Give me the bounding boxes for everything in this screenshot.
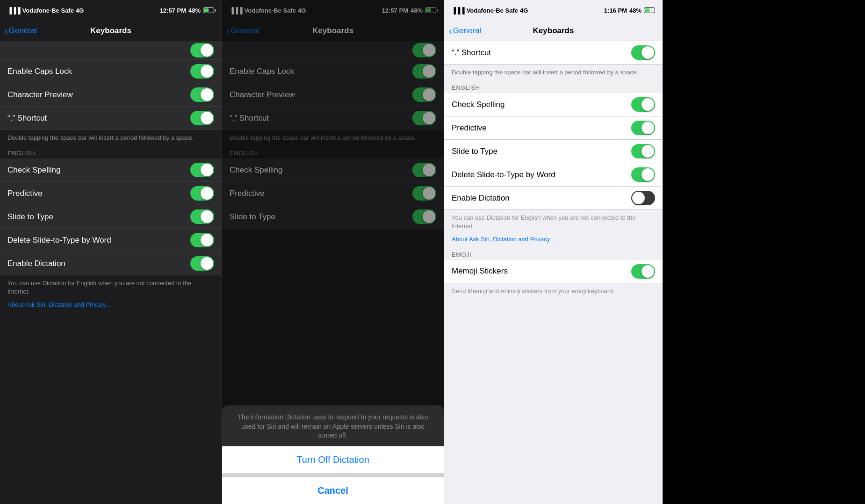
- memoji-label-3: Memoji Stickers: [452, 266, 508, 276]
- carrier-1: Vodafone-Be Safe: [22, 7, 74, 14]
- slide-type-label-3: Slide to Type: [452, 147, 497, 156]
- battery-percent-1: 48%: [188, 7, 201, 14]
- back-button-3[interactable]: ‹ General: [449, 26, 481, 36]
- modal-separator: [222, 473, 444, 477]
- battery-icon-1: [203, 7, 214, 13]
- slide-type-toggle-1[interactable]: [190, 209, 214, 224]
- back-label-3: General: [453, 26, 481, 36]
- row-char-preview-1[interactable]: Character Preview: [0, 83, 222, 107]
- chevron-left-icon-1: ‹: [5, 26, 8, 36]
- memoji-toggle-3[interactable]: [631, 264, 655, 279]
- emoji-note-3: Send Memoji and Animoji stickers from yo…: [444, 283, 663, 299]
- settings-content-3: “.” Shortcut Double tapping the space ba…: [444, 41, 663, 504]
- delete-slide-label-3: Delete Slide-to-Type by Word: [452, 170, 555, 180]
- settings-content-1: Enable Caps Lock Character Preview “.” S…: [0, 41, 222, 504]
- back-label-1: General: [9, 26, 37, 36]
- period-shortcut-toggle-1[interactable]: [190, 111, 214, 125]
- battery-percent-3: 48%: [629, 7, 642, 14]
- dictation-note-1: You can use Dictation for English when y…: [0, 275, 222, 300]
- status-bar-1: ▐▐▐ Vodafone-Be Safe 4G 12:57 PM 48%: [0, 0, 222, 21]
- row-period-shortcut-1[interactable]: “.” Shortcut: [0, 107, 222, 130]
- check-spelling-toggle-3[interactable]: [631, 97, 655, 112]
- slide-type-label-1: Slide to Type: [7, 212, 53, 222]
- signal-icon-3: ▐▐▐: [452, 7, 465, 14]
- check-spelling-toggle-1[interactable]: [190, 163, 214, 177]
- enable-dictation-label-1: Enable Dictation: [7, 259, 65, 268]
- shortcut-note-3: Double tapping the space bar will insert…: [444, 65, 663, 80]
- row-check-spelling-3[interactable]: Check Spelling: [444, 93, 663, 116]
- nav-bar-1: ‹ General Keyboards: [0, 21, 222, 41]
- battery-icon-3: [644, 7, 655, 13]
- status-left-1: ▐▐▐ Vodafone-Be Safe 4G: [7, 7, 84, 14]
- signal-icon: ▐▐▐: [7, 7, 21, 14]
- time-1: 12:57 PM: [160, 7, 186, 14]
- status-right-1: 12:57 PM 48%: [160, 7, 214, 14]
- delete-slide-toggle-1[interactable]: [190, 233, 214, 247]
- network-3: 4G: [520, 7, 528, 14]
- caps-lock-toggle-1[interactable]: [190, 64, 214, 79]
- panel-3: ▐▐▐ Vodafone-Be Safe 4G 1:16 PM 48% ‹ Ge…: [444, 0, 663, 504]
- top-toggle-1[interactable]: [190, 43, 214, 58]
- row-memoji-3[interactable]: Memoji Stickers: [444, 260, 663, 283]
- period-note-1: Double tapping the space bar will insert…: [0, 130, 222, 146]
- period-shortcut-label-1: “.” Shortcut: [7, 114, 47, 123]
- nav-bar-3: ‹ General Keyboards: [444, 21, 663, 41]
- network-1: 4G: [76, 7, 84, 14]
- period-shortcut-label-3: “.” Shortcut: [452, 48, 491, 58]
- panel-2: ▐▐▐ Vodafone-Be Safe 4G 12:57 PM 48% ‹ G…: [222, 0, 444, 504]
- char-preview-toggle-1[interactable]: [190, 87, 214, 102]
- english-header-3: ENGLISH: [444, 80, 663, 93]
- row-enable-dictation-1[interactable]: Enable Dictation: [0, 252, 222, 275]
- dictation-link-1[interactable]: About Ask Siri, Dictation and Privacy…: [0, 300, 222, 313]
- dictation-link-3[interactable]: About Ask Siri, Dictation and Privacy…: [444, 235, 663, 247]
- turn-off-dictation-button[interactable]: Turn Off Dictation: [222, 446, 444, 473]
- caps-lock-label-1: Enable Caps Lock: [7, 67, 72, 76]
- battery-fill-3: [645, 8, 649, 12]
- check-spelling-label-3: Check Spelling: [452, 100, 505, 109]
- period-shortcut-toggle-3[interactable]: [631, 45, 655, 60]
- chevron-left-icon-3: ‹: [449, 26, 452, 36]
- row-delete-slide-3[interactable]: Delete Slide-to-Type by Word: [444, 163, 663, 187]
- predictive-label-3: Predictive: [452, 123, 487, 133]
- time-3: 1:16 PM: [604, 7, 627, 14]
- delete-slide-label-1: Delete Slide-to-Type by Word: [7, 236, 111, 245]
- modal-message-2: The information Dictation uses to respon…: [222, 405, 444, 446]
- row-predictive-1[interactable]: Predictive: [0, 182, 222, 205]
- predictive-label-1: Predictive: [7, 189, 43, 198]
- english-header-1: ENGLISH: [0, 146, 222, 158]
- panel-1: ▐▐▐ Vodafone-Be Safe 4G 12:57 PM 48% ‹ G…: [0, 0, 222, 504]
- enable-dictation-label-3: Enable Dictation: [452, 194, 510, 203]
- slide-type-toggle-3[interactable]: [631, 144, 655, 158]
- check-spelling-label-1: Check Spelling: [7, 166, 60, 175]
- char-preview-label-1: Character Preview: [7, 90, 73, 100]
- row-slide-type-3[interactable]: Slide to Type: [444, 140, 663, 163]
- predictive-toggle-1[interactable]: [190, 186, 214, 201]
- row-delete-slide-1[interactable]: Delete Slide-to-Type by Word: [0, 229, 222, 252]
- emoji-header-3: EMOJI: [444, 247, 663, 260]
- nav-title-3: Keyboards: [533, 26, 574, 36]
- battery-fill-1: [204, 8, 209, 12]
- delete-slide-toggle-3[interactable]: [631, 167, 655, 182]
- cancel-button[interactable]: Cancel: [222, 477, 444, 504]
- row-predictive-3[interactable]: Predictive: [444, 116, 663, 140]
- back-button-1[interactable]: ‹ General: [5, 26, 37, 36]
- top-partial-1: [0, 41, 222, 60]
- carrier-3: Vodafone-Be Safe: [467, 7, 518, 14]
- modal-overlay-2: The information Dictation uses to respon…: [222, 0, 444, 504]
- row-slide-type-1[interactable]: Slide to Type: [0, 205, 222, 229]
- enable-dictation-toggle-1[interactable]: [190, 256, 214, 271]
- toggle-thumb-top-1: [201, 44, 213, 57]
- predictive-toggle-3[interactable]: [631, 121, 655, 135]
- status-bar-3: ▐▐▐ Vodafone-Be Safe 4G 1:16 PM 48%: [444, 0, 663, 21]
- dictation-note-3: You can use Dictation for English when y…: [444, 210, 663, 234]
- modal-sheet-2: The information Dictation uses to respon…: [222, 405, 444, 504]
- row-enable-dictation-3[interactable]: Enable Dictation: [444, 187, 663, 210]
- row-caps-lock-1[interactable]: Enable Caps Lock: [0, 60, 222, 83]
- nav-title-1: Keyboards: [90, 26, 131, 36]
- row-period-top-3[interactable]: “.” Shortcut: [444, 41, 663, 65]
- row-check-spelling-1[interactable]: Check Spelling: [0, 158, 222, 182]
- enable-dictation-toggle-3[interactable]: [631, 191, 655, 205]
